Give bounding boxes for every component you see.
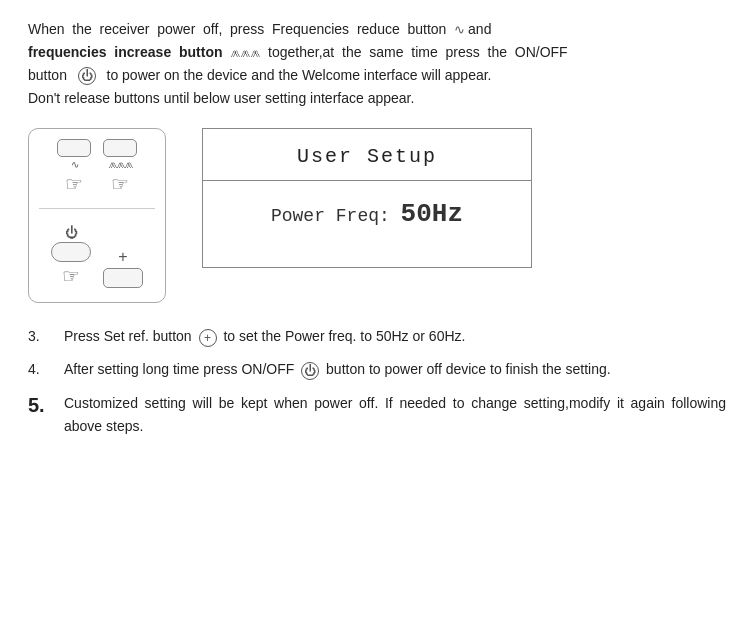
ui-screen-content: Power Freq: 50Hz (203, 181, 531, 247)
finger-icon-1: ☞ (65, 172, 83, 196)
intro-paragraph: When the receiver power off, press Frequ… (28, 18, 726, 110)
ui-screen-box: User Setup Power Freq: 50Hz (202, 128, 532, 268)
device-illustration: ∿ ☞ ⩕⩕⩕ ☞ ⏻ ☞ + (28, 128, 166, 303)
intro-line1: When the receiver power off, press Frequ… (28, 21, 468, 37)
step-3-num: 3. (28, 325, 64, 347)
step-5-num: 5. (28, 392, 64, 418)
freq-reduce-btn (57, 139, 91, 157)
intro-button-label: button (28, 67, 71, 83)
step-4: 4. After setting long time press ON/OFF … (28, 358, 726, 381)
power-icon-device: ⏻ (65, 225, 78, 240)
power-freq-value: 50Hz (401, 199, 463, 229)
step-3-text: Press Set ref. button + to set the Power… (64, 325, 726, 348)
wave-reduce-icon: ∿ (454, 22, 464, 37)
onoff-icon-step4: ⏻ (301, 362, 319, 380)
ui-screen-title: User Setup (203, 129, 531, 181)
step-3: 3. Press Set ref. button + to set the Po… (28, 325, 726, 348)
diagram-area: ∿ ☞ ⩕⩕⩕ ☞ ⏻ ☞ + User Setup (28, 128, 726, 303)
intro-line3-rest: to power on the device and (103, 67, 275, 83)
power-freq-label: Power Freq: (271, 206, 390, 226)
freq-increase-group: ⩕⩕⩕ ☞ (103, 139, 137, 196)
intro-welcome: Welcome interface will appear. (302, 67, 492, 83)
step-5-text: Customized setting will be kept when pow… (64, 392, 726, 438)
freq-reduce-group: ∿ ☞ (57, 139, 91, 196)
power-inline-icon: ⏻ (78, 67, 96, 85)
step-4-text: After setting long time press ON/OFF ⏻ b… (64, 358, 726, 381)
wave-increase-icon: ⩕⩕⩕ (230, 47, 260, 60)
intro-bold-text: frequencies increase button ⩕⩕⩕ (28, 44, 264, 60)
freq-increase-btn (103, 139, 137, 157)
step-5: 5. Customized setting will be kept when … (28, 392, 726, 438)
intro-the: the (279, 67, 298, 83)
top-button-row: ∿ ☞ ⩕⩕⩕ ☞ (57, 139, 137, 196)
step-4-num: 4. (28, 358, 64, 380)
finger-icon-3: ☞ (62, 264, 80, 288)
bottom-button-row: ⏻ ☞ + (51, 225, 143, 288)
finger-icon-2: ☞ (111, 172, 129, 196)
plus-btn (103, 268, 143, 288)
freq-increase-wave: ⩕⩕⩕ (108, 159, 132, 170)
plus-icon-device: + (118, 248, 127, 266)
conjunction-and: and (468, 21, 491, 37)
power-btn (51, 242, 91, 262)
device-divider (39, 208, 155, 209)
set-ref-icon: + (199, 329, 217, 347)
steps-section: 3. Press Set ref. button + to set the Po… (28, 325, 726, 437)
plus-btn-group: + (103, 246, 143, 288)
intro-line4: Don't release buttons until below user s… (28, 90, 414, 106)
freq-reduce-wave: ∿ (71, 159, 78, 170)
power-btn-group: ⏻ ☞ (51, 225, 91, 288)
intro-together: together,at the same time press the ON/O… (264, 44, 567, 60)
